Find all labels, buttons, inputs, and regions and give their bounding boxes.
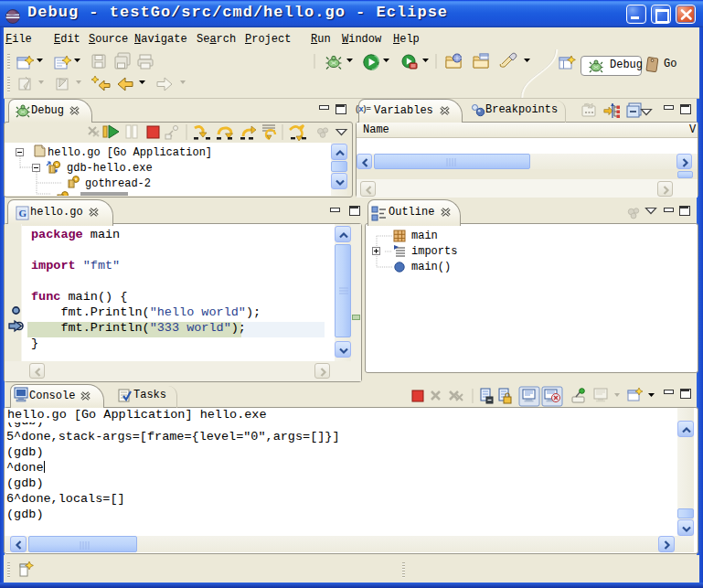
- svg-text:)=: )=: [364, 104, 371, 113]
